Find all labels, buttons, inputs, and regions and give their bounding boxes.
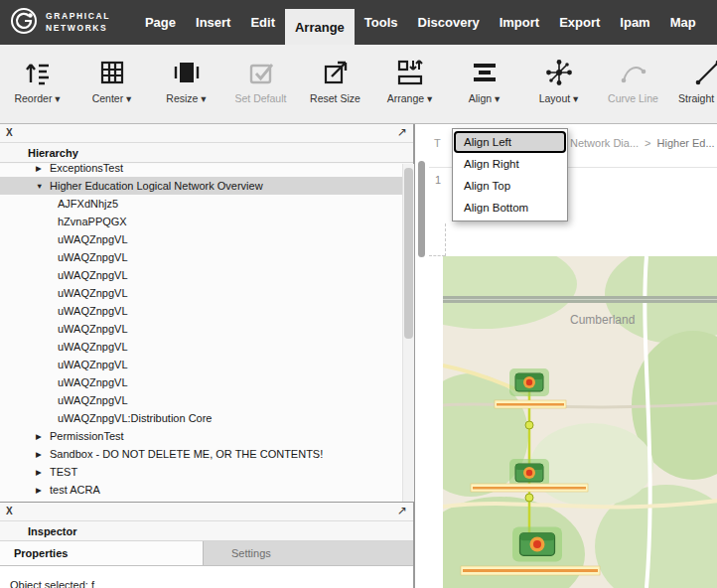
menu-discovery[interactable]: Discovery bbox=[408, 0, 490, 45]
tree-item-label: uWAQZnpgVL bbox=[58, 287, 128, 299]
breadcrumb-item[interactable]: Higher Ed... bbox=[657, 137, 715, 149]
toolbar-button-label: Layout ▾ bbox=[521, 92, 596, 104]
tree-item-label: uWAQZnpgVL bbox=[58, 323, 128, 335]
menu-export[interactable]: Export bbox=[549, 0, 610, 45]
tab-properties[interactable]: Properties bbox=[0, 541, 204, 565]
menu-edit[interactable]: Edit bbox=[240, 0, 285, 45]
tree-item-label: uWAQZnpgVL bbox=[58, 376, 128, 388]
toolbar-set-default-button[interactable]: Set Default bbox=[223, 49, 298, 120]
chevron-down-icon[interactable]: ▼ bbox=[36, 182, 50, 191]
network-device-node[interactable] bbox=[509, 459, 549, 487]
tree-item[interactable]: AJFXdNhjz5 bbox=[0, 195, 402, 213]
tree-item-label: uWAQZnpgVL bbox=[58, 341, 128, 353]
menu-insert[interactable]: Insert bbox=[186, 0, 240, 45]
expand-panel-icon[interactable]: ↗ bbox=[397, 504, 407, 517]
toolbar-align-button[interactable]: Align ▾ bbox=[447, 49, 521, 120]
tree-item[interactable]: ▶test ACRA bbox=[0, 481, 402, 499]
tree-item[interactable]: ▼Higher Education Logical Network Overvi… bbox=[0, 177, 402, 195]
tree-item[interactable]: uWAQZnpgVL:Distribution Core bbox=[0, 409, 402, 427]
tree-item[interactable]: uWAQZnpgVL bbox=[0, 391, 402, 409]
toolbar-layout-button[interactable]: Layout ▾ bbox=[521, 49, 596, 120]
toolbar-reset-size-button[interactable]: Reset Size bbox=[298, 49, 372, 120]
close-icon[interactable]: X bbox=[6, 506, 13, 516]
expand-panel-icon[interactable]: ↗ bbox=[397, 125, 407, 139]
logo-text: GRAPHICAL NETWORKS bbox=[46, 11, 110, 33]
tree-item-label: uWAQZnpgVL bbox=[58, 251, 128, 263]
tree-item[interactable]: ▶PermissionTest bbox=[0, 427, 402, 445]
toolbar-center-button[interactable]: Center ▾ bbox=[74, 49, 149, 120]
toolbar-straight-line-button[interactable]: Straight Line bbox=[670, 49, 717, 120]
map-canvas[interactable]: Cumberland bbox=[443, 256, 717, 588]
toolbar: Reorder ▾Center ▾Resize ▾Set DefaultRese… bbox=[0, 45, 717, 124]
menu-map[interactable]: Map bbox=[660, 0, 706, 45]
device-label bbox=[471, 484, 588, 492]
curve-line-icon bbox=[596, 49, 670, 92]
link-node[interactable] bbox=[525, 494, 533, 502]
hierarchy-title: Hierarchy bbox=[0, 143, 413, 163]
reset-size-icon bbox=[298, 49, 372, 92]
map[interactable]: Cumberland bbox=[443, 256, 717, 588]
top-menubar: GRAPHICAL NETWORKS PageInsertEditArrange… bbox=[0, 0, 717, 45]
inspector-tabs: Properties Settings bbox=[0, 541, 413, 566]
tree-item[interactable]: uWAQZnpgVL bbox=[0, 302, 402, 320]
menu-item-align-left[interactable]: Align Left bbox=[454, 131, 566, 153]
tree-item[interactable]: hZvnaPPQGX bbox=[0, 213, 402, 230]
layout-icon bbox=[521, 49, 596, 92]
toolbar-button-label: Set Default bbox=[223, 92, 298, 104]
tree-item[interactable]: ▶TEST bbox=[0, 463, 402, 481]
tree-item[interactable]: uWAQZnpgVL bbox=[0, 356, 402, 373]
chevron-right-icon[interactable]: ▶ bbox=[36, 486, 50, 495]
link-node[interactable] bbox=[525, 421, 533, 429]
tree-item[interactable]: uWAQZnpgVL bbox=[0, 266, 402, 284]
toolbar-button-label: Reset Size bbox=[298, 92, 372, 104]
breadcrumb[interactable]: T bbox=[434, 137, 441, 149]
menu-tools[interactable]: Tools bbox=[355, 0, 408, 45]
tree-item[interactable]: uWAQZnpgVL bbox=[0, 284, 402, 302]
menu-import[interactable]: Import bbox=[490, 0, 549, 45]
app-logo[interactable]: GRAPHICAL NETWORKS bbox=[0, 7, 110, 39]
align-dropdown-menu: Align LeftAlign RightAlign TopAlign Bott… bbox=[452, 128, 568, 221]
hierarchy-scrollbar[interactable] bbox=[402, 164, 414, 502]
tree-item-label: ExceptionsTest bbox=[50, 164, 123, 174]
align-icon bbox=[447, 49, 521, 92]
network-device-node[interactable] bbox=[509, 368, 549, 396]
tree-item[interactable]: uWAQZnpgVL bbox=[0, 320, 402, 338]
breadcrumb[interactable]: Network Dia...>Higher Ed... bbox=[570, 137, 715, 149]
menu-item-align-top[interactable]: Align Top bbox=[454, 175, 566, 197]
scrollbar-thumb[interactable] bbox=[404, 168, 413, 339]
chevron-right-icon[interactable]: ▶ bbox=[36, 164, 50, 173]
canvas-scrollbar-thumb[interactable] bbox=[418, 161, 425, 257]
tree-item[interactable]: ▶Sandbox - DO NOT DELETE ME, OR THE CONT… bbox=[0, 445, 402, 463]
chevron-right-icon[interactable]: ▶ bbox=[36, 450, 50, 459]
tree-item-label: AJFXdNhjz5 bbox=[58, 198, 118, 210]
toolbar-resize-button[interactable]: Resize ▾ bbox=[149, 49, 223, 120]
tree-item-label: uWAQZnpgVL bbox=[58, 305, 128, 317]
device-label bbox=[495, 400, 566, 408]
tab-settings[interactable]: Settings bbox=[204, 541, 413, 565]
menu-item-align-right[interactable]: Align Right bbox=[454, 153, 566, 175]
tree-item[interactable]: uWAQZnpgVL bbox=[0, 248, 402, 266]
graphical-networks-logo-icon bbox=[10, 7, 38, 39]
toolbar-button-label: Arrange ▾ bbox=[372, 92, 447, 104]
toolbar-reorder-button[interactable]: Reorder ▾ bbox=[0, 49, 74, 120]
chevron-right-icon[interactable]: ▶ bbox=[36, 468, 50, 477]
chevron-right-icon[interactable]: ▶ bbox=[36, 432, 50, 441]
tree-item[interactable]: uWAQZnpgVL bbox=[0, 338, 402, 356]
tree-item-label: TEST bbox=[50, 466, 77, 478]
breadcrumb-item[interactable]: Network Dia... bbox=[570, 137, 639, 149]
menu-ipam[interactable]: Ipam bbox=[610, 0, 659, 45]
tree-item[interactable]: ▶ExceptionsTest bbox=[0, 164, 402, 177]
tree-item[interactable]: uWAQZnpgVL bbox=[0, 373, 402, 391]
close-icon[interactable]: X bbox=[6, 127, 13, 138]
tree-item[interactable]: uWAQZnpgVL bbox=[0, 230, 402, 248]
menu-item-align-bottom[interactable]: Align Bottom bbox=[454, 197, 566, 219]
map-place-label: Cumberland bbox=[570, 313, 635, 327]
toolbar-curve-line-button[interactable]: Curve Line bbox=[596, 49, 670, 120]
network-device-node[interactable] bbox=[512, 527, 562, 562]
menu-page[interactable]: Page bbox=[135, 0, 186, 45]
toolbar-arrange-button[interactable]: Arrange ▾ bbox=[372, 49, 447, 120]
toolbar-button-label: Curve Line bbox=[596, 92, 670, 104]
tree-item-label: uWAQZnpgVL bbox=[58, 359, 128, 370]
menu-arrange[interactable]: Arrange bbox=[285, 9, 355, 45]
inspector-content: Object selected: f bbox=[0, 566, 413, 588]
